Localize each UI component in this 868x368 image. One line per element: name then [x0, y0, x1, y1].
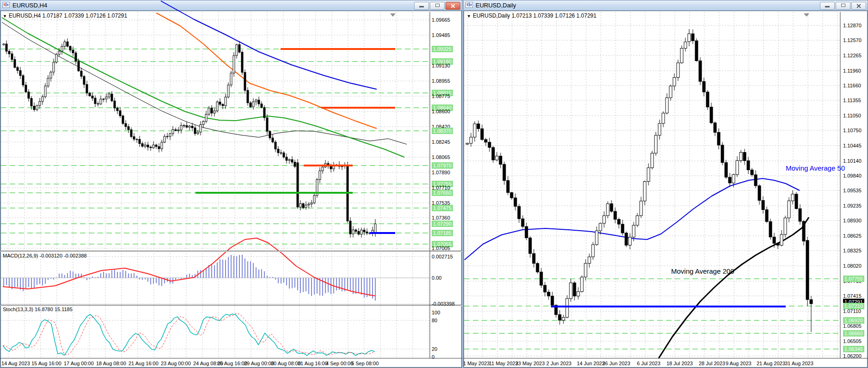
close-button[interactable] [446, 2, 460, 10]
chart-window-eurusd-daily: EURUSD,Daily [463, 0, 868, 368]
restore-button[interactable] [836, 2, 850, 10]
ohlc-readout-daily: EURUSD,Daily 1.07213 1.07339 1.07126 1.0… [473, 12, 597, 19]
minimize-button[interactable] [414, 2, 429, 10]
chart-icon [2, 1, 10, 10]
symbol-dropdown-icon[interactable]: ▼ [3, 14, 7, 18]
macd-indicator-label: MACD(12,26,9) -0.003120 -0.002388 [3, 253, 87, 258]
symbol-dropdown-icon[interactable]: ▼ [467, 14, 471, 18]
moving-average-200-label: Moving Average 200 [671, 267, 734, 275]
ohlc-readout-h4: EURUSD,H4 1.07187 1.07339 1.07126 1.0729… [9, 12, 127, 19]
chart-icon [465, 1, 473, 10]
chart-area-h4[interactable] [0, 11, 462, 368]
restore-button[interactable] [430, 2, 445, 10]
symbol-info-daily[interactable]: ▼EURUSD,Daily 1.07213 1.07339 1.07126 1.… [467, 12, 596, 19]
window-title: EURUSD,H4 [12, 2, 47, 9]
window-title: EURUSD,Daily [476, 2, 516, 9]
stoch-indicator-label: Stoch(13,3,3) 16.8780 15.1185 [3, 307, 73, 312]
close-button[interactable] [851, 2, 866, 10]
symbol-info-h4[interactable]: ▼EURUSD,H4 1.07187 1.07339 1.07126 1.072… [3, 12, 127, 19]
chart-area-daily[interactable] [464, 11, 868, 368]
titlebar-daily[interactable]: EURUSD,Daily [464, 0, 868, 11]
moving-average-50-label: Moving Average 50 [786, 164, 845, 172]
minimize-button[interactable] [820, 2, 835, 10]
titlebar-h4[interactable]: EURUSD,H4 [0, 0, 462, 11]
chart-window-eurusd-h4: EURUSD,H4 [0, 0, 462, 368]
